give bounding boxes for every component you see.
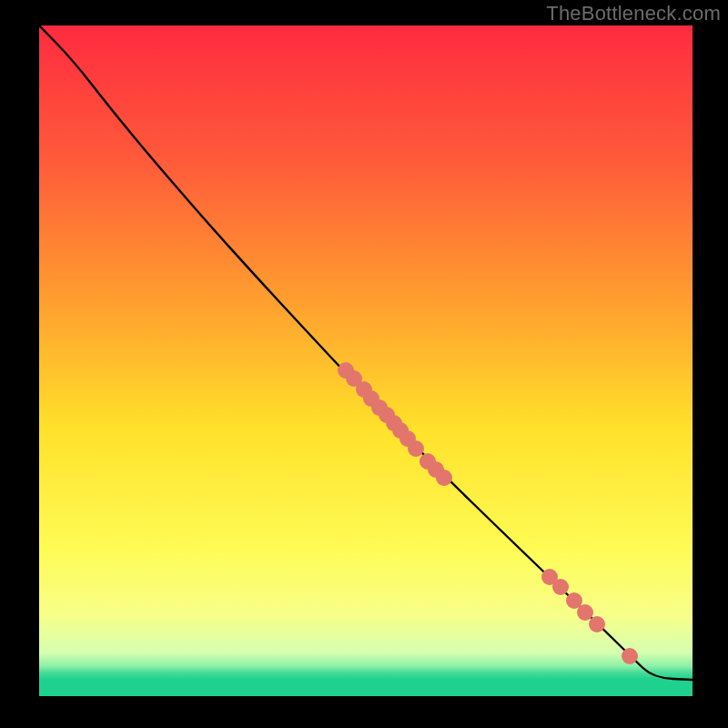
data-marker <box>622 648 638 664</box>
data-marker <box>589 616 605 632</box>
gradient-background <box>39 25 693 696</box>
data-marker <box>436 470 452 486</box>
chart-canvas <box>0 0 728 728</box>
data-marker <box>577 604 593 621</box>
data-marker <box>552 579 569 595</box>
watermark-text: TheBottleneck.com <box>546 2 721 25</box>
data-marker <box>408 440 424 457</box>
chart-stage: TheBottleneck.com <box>0 0 728 728</box>
